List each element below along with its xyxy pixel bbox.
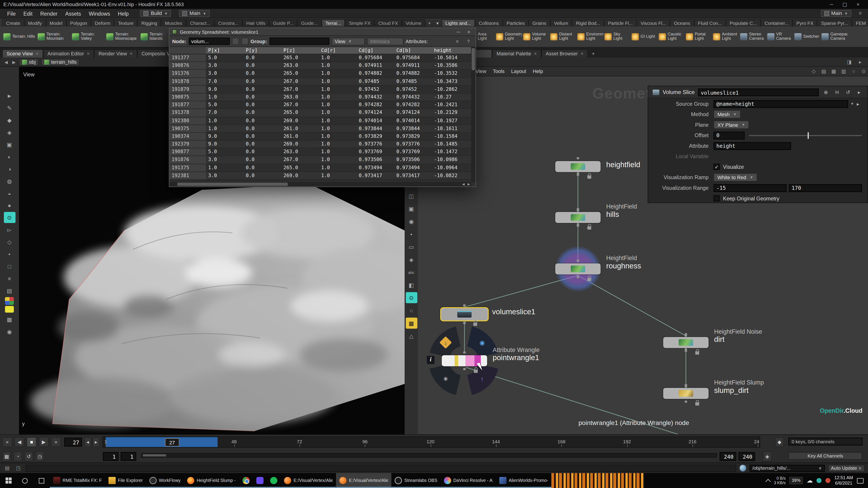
visualize-checkbox[interactable]: ✓	[714, 164, 720, 170]
add-shelf-tab-button[interactable]: +	[425, 20, 434, 26]
table-row[interactable]: 1903751.00.0261.01.00.9738440.973844-10.…	[169, 125, 471, 133]
node-output-connector[interactable]	[577, 276, 579, 278]
node-output-connector[interactable]	[463, 322, 466, 324]
shelf-tool[interactable]: Terrain: Moonscape	[105, 27, 140, 46]
node-input-connector[interactable]	[577, 260, 579, 262]
viewport-view-menu[interactable]: View	[23, 71, 35, 77]
range-slider-handle[interactable]	[143, 454, 166, 457]
onedrive-cloud-icon[interactable]: ☁	[807, 477, 813, 484]
shelf-tool[interactable]: Sky Light	[603, 27, 630, 46]
list-tool-icon[interactable]: ≡	[4, 273, 15, 284]
shelf-tab[interactable]: Charact...	[186, 20, 214, 27]
menu-help[interactable]: Help	[114, 9, 132, 18]
pan-view-icon[interactable]: ◫	[405, 190, 417, 201]
shelf-tool[interactable]: Terrain: Mountain	[37, 27, 71, 46]
node-freeze-icon[interactable]: ✳	[441, 375, 450, 383]
table-row[interactable]: 1908775.00.0263.01.00.9737690.973769-10.…	[169, 149, 471, 156]
shelf-tool[interactable]: Caustic Light	[657, 27, 685, 46]
shelf-tab[interactable]: Fluid Con...	[694, 20, 726, 27]
pane-maximize-icon[interactable]: ▸	[856, 59, 865, 65]
shelf-tool[interactable]: Stereo Camera	[739, 27, 766, 46]
current-frame-field[interactable]: 27	[64, 437, 82, 447]
task-view-button[interactable]	[33, 473, 50, 488]
sheet-tool-icon[interactable]: ▤	[4, 285, 15, 296]
node-heightfield[interactable]	[555, 161, 600, 172]
pane-tab[interactable]: Render View×	[94, 49, 137, 58]
grid-color-icon[interactable]: ▦	[405, 318, 417, 329]
node-volumeslice1[interactable]	[441, 308, 488, 320]
shelf-tool[interactable]: Switcher	[793, 27, 820, 46]
shelf-tab[interactable]: Oceans	[670, 20, 694, 27]
lock-icon[interactable]: ◈	[4, 127, 15, 138]
ramp-dropdown[interactable]: White to Red▼	[714, 173, 757, 182]
color-grid-icon[interactable]	[5, 297, 14, 305]
shelf-tool[interactable]: GI Light	[630, 27, 657, 46]
dot-tool-icon[interactable]: •	[4, 249, 15, 260]
spreadsheet-titlebar[interactable]: Geometry Spreadsheet: volumeslice1 ─ ×	[169, 28, 475, 36]
shelf-tab[interactable]: Particles	[503, 20, 528, 27]
bone-tool-icon[interactable]: ◍	[4, 175, 15, 186]
network-menu-tools[interactable]: Tools	[490, 68, 508, 74]
keyframe-options-icon[interactable]: ◆	[775, 437, 784, 447]
shelf-tab[interactable]: Vellum	[550, 20, 572, 27]
intrinsics-dropdown[interactable]: Intrinsics	[367, 37, 403, 45]
pin-toggle-icon[interactable]	[232, 38, 239, 45]
taskbar-item-mixer[interactable]: RME TotalMix FX: Firef...	[50, 473, 105, 488]
menu-windows[interactable]: Windows	[85, 9, 114, 18]
pane-tab[interactable]: Asset Browser×	[541, 49, 588, 58]
node-info-button[interactable]: i	[427, 356, 434, 364]
slider-handle[interactable]	[808, 132, 809, 138]
rig-tool-icon[interactable]: ●	[4, 200, 15, 211]
node-input-connector[interactable]	[577, 208, 579, 210]
table-row[interactable]: 1923801.00.0269.01.00.9740140.974014-10.…	[169, 117, 471, 125]
timeline-ruler[interactable]: 27 124487296120144168192216240	[102, 436, 760, 448]
jump-start-button[interactable]: «	[2, 437, 12, 447]
minimize-button[interactable]: ─	[825, 2, 838, 7]
node-output-connector[interactable]	[577, 225, 579, 227]
close-tab-icon[interactable]: ×	[87, 51, 90, 56]
hamburger-menu-icon[interactable]: ≡	[453, 38, 462, 44]
table-row[interactable]: 1918787.00.0267.01.00.974850.97485-10.34…	[169, 78, 471, 86]
keep-original-geometry-checkbox[interactable]	[714, 195, 720, 201]
pane-snapshot-icon[interactable]: ◨	[845, 59, 854, 65]
node-hills[interactable]	[555, 212, 600, 223]
message-log-icon[interactable]: ▤	[3, 465, 11, 471]
close-button[interactable]: ×	[851, 2, 865, 7]
shelf-tool[interactable]: Geometry Light	[495, 27, 522, 46]
taskbar-thumbnail-strip[interactable]	[551, 473, 644, 488]
menu-edit[interactable]: Edit	[20, 9, 36, 18]
shelf-tab[interactable]: Pyro FX	[793, 20, 817, 27]
realtime-toggle-icon[interactable]: ◔	[13, 451, 22, 461]
revert-icon[interactable]: ↺	[844, 90, 852, 95]
shelf-tool[interactable]: Portal Light	[685, 27, 712, 46]
grid-view-icon[interactable]: ▦	[829, 69, 838, 74]
offset-slider[interactable]	[749, 135, 862, 136]
table-row[interactable]: 1918775.00.0267.01.00.9742820.974282-10.…	[169, 101, 471, 109]
table-row[interactable]: 1918799.00.0267.01.00.974520.97452-10.28…	[169, 86, 471, 94]
global-range-slider[interactable]	[141, 453, 717, 458]
table-row[interactable]: 1908763.00.0263.01.00.9749110.974911-10.…	[169, 62, 471, 70]
shelf-tab[interactable]: Texture	[114, 20, 137, 27]
scroll-left-icon[interactable]: ◀	[461, 182, 466, 187]
pane-tab[interactable]: Animation Editor×	[43, 49, 94, 58]
node-output-connector[interactable]	[577, 174, 579, 176]
forward-arrow-icon[interactable]: ▶	[11, 59, 17, 64]
close-tab-icon[interactable]: ×	[36, 51, 39, 56]
range-min-field[interactable]: -15	[714, 184, 786, 192]
network-speed-indicator[interactable]: 0 B/s 3 KB/s	[774, 476, 786, 485]
shade-mode-icon[interactable]: ◧	[405, 280, 417, 291]
tray-app-red-icon[interactable]	[826, 478, 831, 483]
node-path-field[interactable]: volum...	[188, 38, 229, 45]
horizontal-scrollbar[interactable]: ◀ ▶	[169, 182, 471, 187]
wrench-icon[interactable]: ◇	[809, 69, 818, 74]
stop-button[interactable]: ■	[27, 437, 37, 447]
step-forward-button[interactable]: ▸	[92, 437, 100, 447]
taskbar-item-resolve[interactable]: DaVinci Resolve - Alie...	[440, 473, 496, 488]
menu-overflow-icon[interactable]: ≡	[856, 11, 865, 16]
node-output-connector[interactable]	[463, 368, 466, 370]
mouse-tool-icon[interactable]: ◉	[4, 326, 15, 337]
auto-key-icon[interactable]: ◈	[763, 451, 772, 461]
step-back-button[interactable]: ◂	[84, 437, 91, 447]
spreadsheet-column-header[interactable]: P[y]	[244, 47, 281, 54]
shelf-tab[interactable]: Hair Utils	[242, 20, 269, 27]
